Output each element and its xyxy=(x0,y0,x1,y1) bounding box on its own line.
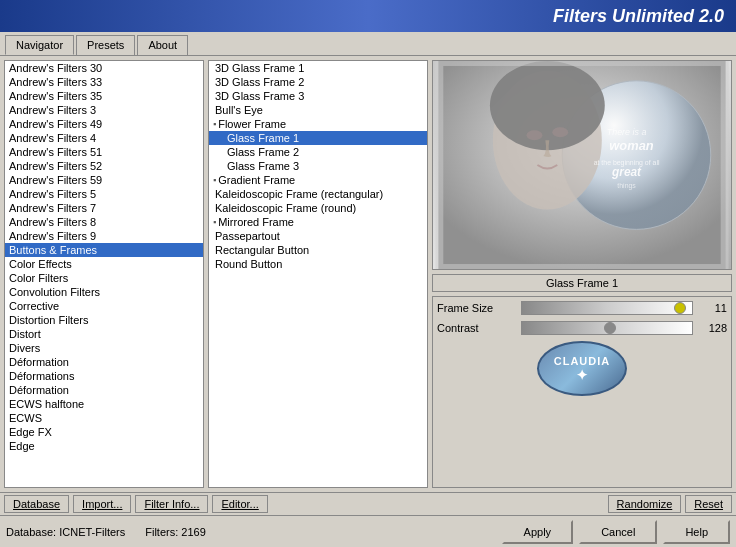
svg-point-3 xyxy=(490,61,605,150)
main-container: Navigator Presets About Andrew's Filters… xyxy=(0,32,736,547)
editor-button[interactable]: Editor... xyxy=(212,495,267,513)
frame-size-row: Frame Size 11 xyxy=(437,301,727,315)
logo-text: CLAUDIA xyxy=(554,355,611,367)
list-item[interactable]: 3D Glass Frame 3 xyxy=(209,89,427,103)
list-item[interactable]: Convolution Filters xyxy=(5,285,203,299)
filter-name-bar: Glass Frame 1 xyxy=(432,274,732,292)
list-item[interactable]: Andrew's Filters 4 xyxy=(5,131,203,145)
logo-icon: ✦ xyxy=(576,367,588,383)
list-item[interactable]: Andrew's Filters 35 xyxy=(5,89,203,103)
list-item[interactable]: Rectangular Button xyxy=(209,243,427,257)
list-item[interactable]: Andrew's Filters 9 xyxy=(5,229,203,243)
contrast-value: 128 xyxy=(697,322,727,334)
content-area: Andrew's Filters 30 Andrew's Filters 33 … xyxy=(0,56,736,492)
database-status-value: ICNET-Filters xyxy=(59,526,125,538)
contrast-label: Contrast xyxy=(437,322,517,334)
list-item[interactable]: Andrew's Filters 3 xyxy=(5,103,203,117)
list-item[interactable]: Déformation xyxy=(5,355,203,369)
database-button[interactable]: Database xyxy=(4,495,69,513)
import-button[interactable]: Import... xyxy=(73,495,131,513)
app-title: Filters Unlimited 2.0 xyxy=(553,6,724,27)
list-item-group[interactable]: ▪ Gradient Frame xyxy=(209,173,427,187)
svg-point-4 xyxy=(527,130,543,140)
database-status: Database: ICNET-Filters xyxy=(6,526,125,538)
svg-point-5 xyxy=(552,127,568,137)
logo: CLAUDIA ✦ xyxy=(537,341,627,396)
list-item[interactable]: Glass Frame 3 xyxy=(209,159,427,173)
cancel-button[interactable]: Cancel xyxy=(579,520,657,544)
title-bar: Filters Unlimited 2.0 xyxy=(0,0,736,32)
svg-text:things: things xyxy=(617,182,636,190)
list-item[interactable]: 3D Glass Frame 2 xyxy=(209,75,427,89)
list-item[interactable]: Kaleidoscopic Frame (round) xyxy=(209,201,427,215)
list-item[interactable]: Déformation xyxy=(5,383,203,397)
svg-text:great: great xyxy=(611,165,642,179)
contrast-slider[interactable] xyxy=(521,321,693,335)
list-item[interactable]: Andrew's Filters 52 xyxy=(5,159,203,173)
tab-navigator[interactable]: Navigator xyxy=(5,35,74,55)
frame-size-slider[interactable] xyxy=(521,301,693,315)
list-item[interactable]: Andrew's Filters 8 xyxy=(5,215,203,229)
list-item-group[interactable]: ▪ Mirrored Frame xyxy=(209,215,427,229)
group-icon: ▪ xyxy=(213,119,216,129)
list-item[interactable]: Edge xyxy=(5,439,203,453)
list-item[interactable]: Kaleidoscopic Frame (rectangular) xyxy=(209,187,427,201)
tab-presets[interactable]: Presets xyxy=(76,35,135,55)
list-item[interactable]: Déformations xyxy=(5,369,203,383)
filter-name-label: Glass Frame 1 xyxy=(546,277,618,289)
reset-button[interactable]: Reset xyxy=(685,495,732,513)
tab-about[interactable]: About xyxy=(137,35,188,55)
filters-status-value: 2169 xyxy=(181,526,205,538)
list-item[interactable]: Divers xyxy=(5,341,203,355)
preview-image: There is a woman at the beginning of all… xyxy=(432,60,732,270)
filter-info-button[interactable]: Filter Info... xyxy=(135,495,208,513)
filters-status: Filters: 2169 xyxy=(145,526,206,538)
list-item[interactable]: Glass Frame 2 xyxy=(209,145,427,159)
filter-list: 3D Glass Frame 1 3D Glass Frame 2 3D Gla… xyxy=(209,61,427,271)
category-list: Andrew's Filters 30 Andrew's Filters 33 … xyxy=(5,61,203,453)
apply-button[interactable]: Apply xyxy=(502,520,574,544)
list-item[interactable]: Andrew's Filters 59 xyxy=(5,173,203,187)
list-item[interactable]: 3D Glass Frame 1 xyxy=(209,61,427,75)
frame-size-label: Frame Size xyxy=(437,302,517,314)
tab-bar: Navigator Presets About xyxy=(0,32,736,56)
frame-size-value: 11 xyxy=(697,302,727,314)
list-item[interactable]: Passepartout xyxy=(209,229,427,243)
list-item[interactable]: Distort xyxy=(5,327,203,341)
list-item[interactable]: Corrective xyxy=(5,299,203,313)
list-item[interactable]: Edge FX xyxy=(5,425,203,439)
list-item[interactable]: Andrew's Filters 7 xyxy=(5,201,203,215)
middle-panel[interactable]: 3D Glass Frame 1 3D Glass Frame 2 3D Gla… xyxy=(208,60,428,488)
status-bar: Database: ICNET-Filters Filters: 2169 Ap… xyxy=(0,515,736,547)
logo-area: CLAUDIA ✦ xyxy=(437,341,727,396)
list-item[interactable]: Andrew's Filters 49 xyxy=(5,117,203,131)
list-item[interactable]: Andrew's Filters 33 xyxy=(5,75,203,89)
list-item[interactable]: Color Filters xyxy=(5,271,203,285)
controls-area: Frame Size 11 Contrast 128 xyxy=(432,296,732,488)
contrast-row: Contrast 128 xyxy=(437,321,727,335)
help-button[interactable]: Help xyxy=(663,520,730,544)
list-item[interactable]: ECWS halftone xyxy=(5,397,203,411)
list-item-glass-frame-1[interactable]: Glass Frame 1 xyxy=(209,131,427,145)
list-item-buttons-frames[interactable]: Buttons & Frames xyxy=(5,243,203,257)
left-panel[interactable]: Andrew's Filters 30 Andrew's Filters 33 … xyxy=(4,60,204,488)
right-panel: There is a woman at the beginning of all… xyxy=(432,60,732,488)
filters-status-label: Filters: xyxy=(145,526,178,538)
list-item[interactable]: Andrew's Filters 5 xyxy=(5,187,203,201)
action-buttons: Apply Cancel Help xyxy=(502,520,730,544)
list-item[interactable]: Andrew's Filters 30 xyxy=(5,61,203,75)
randomize-button[interactable]: Randomize xyxy=(608,495,682,513)
list-item[interactable]: Distortion Filters xyxy=(5,313,203,327)
list-item[interactable]: Color Effects xyxy=(5,257,203,271)
list-item-group[interactable]: ▪ Flower Frame xyxy=(209,117,427,131)
svg-text:There is a: There is a xyxy=(607,127,647,137)
list-item[interactable]: Round Button xyxy=(209,257,427,271)
list-item[interactable]: Andrew's Filters 51 xyxy=(5,145,203,159)
bottom-toolbar: Database Import... Filter Info... Editor… xyxy=(0,492,736,515)
database-status-label: Database: xyxy=(6,526,56,538)
group-icon: ▪ xyxy=(213,175,216,185)
group-icon: ▪ xyxy=(213,217,216,227)
list-item[interactable]: Bull's Eye xyxy=(209,103,427,117)
svg-text:woman: woman xyxy=(609,138,653,153)
list-item[interactable]: ECWS xyxy=(5,411,203,425)
